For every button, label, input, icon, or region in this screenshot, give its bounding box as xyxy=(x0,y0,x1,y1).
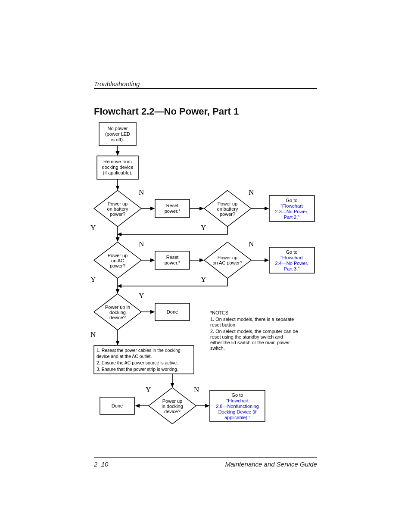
instr-l2: device and at the AC outlet. xyxy=(97,354,152,359)
lbl-y1: Y xyxy=(90,224,96,232)
d-dock2-l3: device? xyxy=(164,409,181,414)
d-dock1-l2: docking xyxy=(109,310,126,315)
lbl-y2: Y xyxy=(201,224,206,232)
lbl-y3: Y xyxy=(90,275,96,283)
d-ac1-l1: Power up xyxy=(108,253,128,258)
footer-rule xyxy=(94,457,317,458)
reset1-l1: Reset xyxy=(166,203,179,208)
remove-l2: docking device xyxy=(102,165,134,170)
start-l2: (power LED xyxy=(105,131,130,137)
goto28-b1: "Flowchart xyxy=(226,398,249,403)
flowchart: No power (power LED is off). Remove from… xyxy=(90,122,319,454)
goto28-b2: 2.8—Nonfunctioning xyxy=(216,404,259,409)
notes-n2-l3: either the lid switch or the main power xyxy=(210,340,290,345)
reset2-l2: power.* xyxy=(165,260,181,265)
goto23-a: Go to xyxy=(286,198,298,203)
d-batt1-l2: on battery xyxy=(107,206,128,212)
remove-l1: Remove from xyxy=(103,159,132,164)
page-number: 2–10 xyxy=(94,460,108,468)
d-dock1-l3: device? xyxy=(109,315,126,320)
d-batt1-l3: power? xyxy=(110,212,125,217)
d-batt2-l1: Power up xyxy=(218,201,237,206)
reset1-l2: power.* xyxy=(165,208,181,214)
goto24-a: Go to xyxy=(286,249,298,255)
goto24-b3: Part 3." xyxy=(284,266,299,271)
instr-l3: 2. Ensure the AC power source is active. xyxy=(97,360,178,365)
lbl-y6: Y xyxy=(146,386,151,394)
d-ac1-l3: power? xyxy=(110,263,125,268)
done2: Done xyxy=(112,403,123,408)
notes-n2-l4: switch. xyxy=(210,345,225,351)
remove-l3: (if applicable). xyxy=(103,170,132,175)
lbl-n4: N xyxy=(249,240,254,248)
d-ac2-l1: Power up xyxy=(218,255,237,260)
lbl-n5: N xyxy=(90,330,96,339)
goto23-b2: 2.3—No Power, xyxy=(275,209,308,214)
lbl-n1: N xyxy=(139,188,144,196)
start-l1: No power xyxy=(107,126,128,131)
reset2-l1: Reset xyxy=(166,255,179,260)
running-header: Troubleshooting xyxy=(94,80,317,87)
goto28-b3: Docking Device (if xyxy=(218,409,257,414)
d-batt2-l2: on battery xyxy=(217,206,238,212)
d-dock2-l1: Power up xyxy=(162,398,182,404)
lbl-n6: N xyxy=(194,386,199,394)
d-dock2-l2: in docking xyxy=(162,404,183,409)
d-ac2-l2: on AC power? xyxy=(212,260,242,265)
d-ac1-l2: on AC xyxy=(111,258,124,263)
header-rule xyxy=(94,88,317,89)
notes-n2-l2: reset using the standby switch and xyxy=(210,334,283,339)
notes-n2-l1: 2. On select models, the computer can be xyxy=(210,329,298,334)
instr-l4: 3. Ensure that the power strip is workin… xyxy=(97,367,178,372)
page-title: Flowchart 2.2—No Power, Part 1 xyxy=(94,106,317,117)
d-batt1-l1: Power up xyxy=(108,201,128,206)
instr-l1: 1. Reseat the power cables in the dockin… xyxy=(97,348,181,353)
notes-n1-l1: 1. On select models, there is a separate xyxy=(210,317,294,322)
goto23-b3: Part 2." xyxy=(284,215,299,220)
lbl-y4: Y xyxy=(201,275,206,283)
lbl-y5: Y xyxy=(139,292,144,300)
book-title: Maintenance and Service Guide xyxy=(225,460,317,468)
d-batt2-l3: power? xyxy=(220,212,235,217)
done1: Done xyxy=(167,309,178,314)
lbl-n2: N xyxy=(249,188,254,196)
notes-head: *NOTES xyxy=(210,310,228,315)
goto28-a: Go to xyxy=(232,392,243,398)
start-l3: is off). xyxy=(111,137,124,142)
goto24-b2: 2.4—No Power, xyxy=(275,261,308,266)
lbl-n3: N xyxy=(139,240,144,248)
goto23-b1: "Flowchart xyxy=(280,203,303,208)
notes-n1-l2: reset button. xyxy=(210,322,237,327)
d-dock1-l1: Power up in xyxy=(105,305,130,310)
goto24-b1: "Flowchart xyxy=(280,255,303,260)
goto28-b4: applicable)." xyxy=(224,415,250,420)
